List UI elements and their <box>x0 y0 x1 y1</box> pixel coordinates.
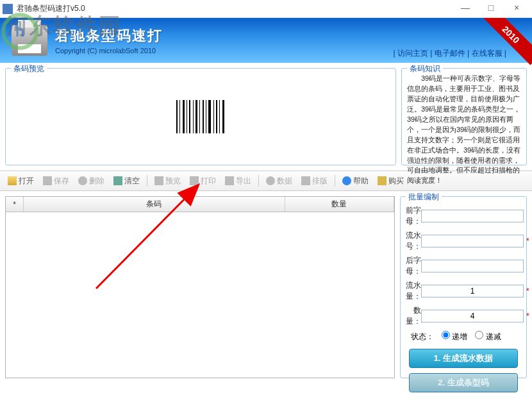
knowledge-text: 39码是一种可表示数字、字母等信息的条码，主要用于工业、图书及票证的自动化管理，… <box>407 74 521 186</box>
printer-icon <box>12 25 47 56</box>
serial-label: 流水号： <box>406 230 421 252</box>
clear-button[interactable]: 清空 <box>110 174 144 188</box>
help-button[interactable]: 帮助 <box>338 174 372 188</box>
export-button[interactable]: 导出 <box>221 174 255 188</box>
qty-input[interactable] <box>421 310 524 322</box>
generate-barcode-button: 2. 生成条型码 <box>409 373 518 392</box>
decrement-radio[interactable]: 递减 <box>475 331 501 342</box>
save-icon <box>43 176 52 185</box>
save-button[interactable]: 保存 <box>39 174 73 188</box>
generate-serial-button[interactable]: 1. 生成流水数据 <box>409 349 518 368</box>
batch-panel: 批量编制 前字母： 流水号：* 后字母： 流水量：* 数量：* 状态： 递增 递… <box>400 196 527 378</box>
title-bar: 君驰条型码速打v5.0 — □ × <box>0 0 532 18</box>
print-icon <box>190 176 199 185</box>
barcode-image <box>175 99 226 135</box>
data-icon <box>266 176 275 185</box>
folder-open-icon <box>8 176 17 185</box>
close-button[interactable]: × <box>504 3 529 15</box>
delete-button[interactable]: 删除 <box>74 174 108 188</box>
layout-button[interactable]: 排版 <box>297 174 331 188</box>
amount-input[interactable] <box>421 285 524 297</box>
export-icon <box>225 176 234 185</box>
data-table[interactable]: * 条码 数量 <box>5 196 395 378</box>
prefix-input[interactable] <box>421 210 524 222</box>
banner-title: 君驰条型码速打 <box>55 26 163 46</box>
clear-icon <box>113 176 122 185</box>
suffix-input[interactable] <box>421 260 524 272</box>
col-barcode[interactable]: 条码 <box>24 197 285 212</box>
col-quantity[interactable]: 数量 <box>285 197 394 212</box>
maximize-button[interactable]: □ <box>478 3 504 15</box>
buy-button[interactable]: 购买 <box>374 174 408 188</box>
increment-radio[interactable]: 递增 <box>442 331 467 342</box>
prefix-label: 前字母： <box>406 205 421 227</box>
preview-legend: 条码预览 <box>11 63 47 74</box>
batch-legend: 批量编制 <box>406 192 442 203</box>
window-title: 君驰条型码速打v5.0 <box>17 3 453 14</box>
cart-icon <box>378 176 387 185</box>
minimize-button[interactable]: — <box>453 3 478 15</box>
help-icon <box>342 176 351 185</box>
serial-input[interactable] <box>421 235 524 247</box>
knowledge-legend: 条码知识 <box>407 63 443 74</box>
app-icon <box>3 4 13 14</box>
print-button[interactable]: 打印 <box>186 174 220 188</box>
preview-icon <box>154 176 163 185</box>
amount-label: 流水量： <box>406 280 421 302</box>
preview-button[interactable]: 预览 <box>151 174 185 188</box>
banner-links[interactable]: | 访问主页 | 电子邮件 | 在线客服 | <box>394 48 506 59</box>
barcode-preview-panel: 条码预览 <box>5 68 396 165</box>
open-button[interactable]: 打开 <box>4 174 38 188</box>
delete-icon <box>78 176 87 185</box>
status-label: 状态： <box>411 331 434 342</box>
table-body[interactable] <box>6 212 394 378</box>
suffix-label: 后字母： <box>406 255 421 277</box>
table-header: * 条码 数量 <box>6 197 394 212</box>
data-button[interactable]: 数据 <box>262 174 296 188</box>
banner: 君驰条型码速打 Copyright (C) microlabSoft 2010 … <box>0 18 532 63</box>
qty-label: 数量： <box>406 305 421 327</box>
layout-icon <box>301 176 310 185</box>
col-marker: * <box>6 197 24 212</box>
year-ribbon <box>481 18 532 69</box>
barcode-knowledge-panel: 条码知识 39码是一种可表示数字、字母等信息的条码，主要用于工业、图书及票证的自… <box>401 68 527 165</box>
banner-subtitle: Copyright (C) microlabSoft 2010 <box>55 47 163 54</box>
